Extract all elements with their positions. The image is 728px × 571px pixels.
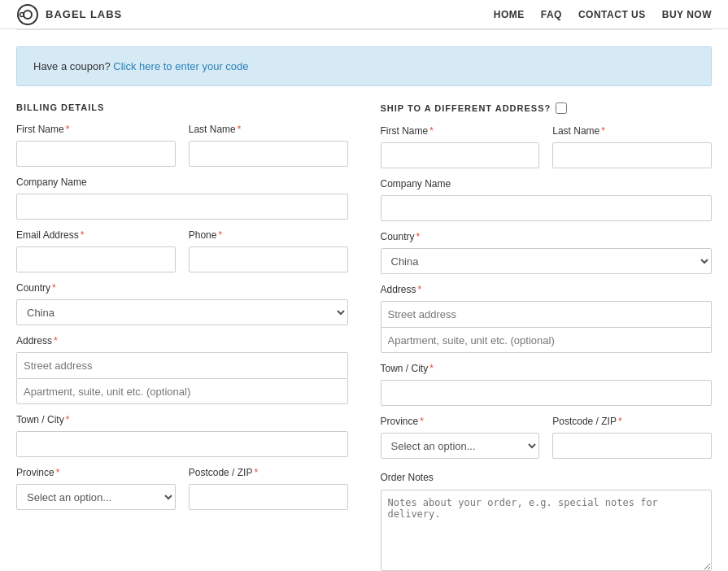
shipping-postcode-label: Postcode / ZIP* [552, 416, 712, 427]
shipping-country-group: Country* China [381, 231, 713, 274]
shipping-section: SHIP TO A DIFFERENT ADDRESS? First Name*… [381, 102, 713, 571]
shipping-address-group: Address* [381, 284, 713, 353]
billing-last-name-label: Last Name* [189, 124, 348, 135]
required-star: * [618, 416, 622, 427]
required-star: * [254, 467, 258, 478]
billing-phone-label: Phone* [189, 229, 348, 241]
billing-country-select[interactable]: China [16, 299, 348, 325]
billing-country-group: Country* China [16, 282, 348, 325]
svg-point-1 [24, 11, 32, 19]
billing-email-input[interactable] [16, 246, 176, 272]
shipping-company-input[interactable] [381, 195, 713, 221]
billing-country-label: Country* [16, 282, 348, 294]
billing-postcode-label: Postcode / ZIP* [189, 467, 348, 478]
order-notes-textarea[interactable] [381, 490, 713, 571]
billing-first-name-input[interactable] [16, 141, 176, 167]
billing-province-group: Province* Select an option... [16, 467, 176, 510]
shipping-name-row: First Name* Last Name* [381, 125, 713, 168]
logo: BAGEL LABS [16, 3, 122, 26]
billing-first-name-label: First Name* [16, 124, 176, 135]
main-content: BILLING DETAILS First Name* Last Name* C… [0, 102, 728, 571]
shipping-company-label: Company Name [381, 178, 713, 190]
shipping-country-select[interactable]: China [381, 248, 713, 274]
shipping-company-group: Company Name [381, 178, 713, 221]
required-star: * [429, 125, 434, 137]
billing-name-row: First Name* Last Name* [16, 124, 348, 167]
shipping-address-stack [381, 301, 713, 353]
required-star: * [81, 229, 85, 241]
nav-faq[interactable]: FAQ [541, 9, 562, 20]
billing-title: BILLING DETAILS [16, 102, 348, 112]
billing-section: BILLING DETAILS First Name* Last Name* C… [16, 102, 348, 571]
nav-contact[interactable]: CONTACT US [578, 9, 646, 20]
header-divider [16, 29, 712, 30]
required-star: * [420, 416, 424, 427]
svg-point-2 [20, 12, 24, 16]
shipping-country-label: Country* [381, 231, 713, 242]
required-star: * [52, 282, 56, 294]
billing-province-label: Province* [16, 467, 176, 478]
billing-phone-input[interactable] [189, 246, 348, 272]
billing-postcode-group: Postcode / ZIP* [189, 467, 348, 510]
shipping-postcode-input[interactable] [552, 433, 712, 459]
billing-last-name-input[interactable] [189, 141, 348, 167]
order-notes-label: Order Notes [381, 472, 713, 483]
shipping-title-row: SHIP TO A DIFFERENT ADDRESS? [381, 102, 713, 114]
shipping-postcode-group: Postcode / ZIP* [552, 416, 712, 459]
nav-home[interactable]: HOME [494, 9, 525, 20]
nav-buy-now[interactable]: BUY NOW [662, 9, 712, 20]
billing-contact-row: Email Address* Phone* [16, 229, 348, 272]
header: BAGEL LABS HOME FAQ CONTACT US BUY NOW [0, 0, 728, 29]
billing-first-name-group: First Name* [16, 124, 176, 167]
shipping-city-input[interactable] [381, 380, 713, 406]
billing-city-group: Town / City* [16, 414, 348, 457]
billing-city-input[interactable] [16, 431, 348, 457]
billing-province-row: Province* Select an option... Postcode /… [16, 467, 348, 510]
shipping-last-name-input[interactable] [552, 142, 712, 168]
coupon-link[interactable]: Click here to enter your code [113, 60, 248, 72]
shipping-province-group: Province* Select an option... [381, 416, 540, 459]
shipping-city-label: Town / City* [381, 363, 713, 374]
billing-last-name-group: Last Name* [189, 124, 348, 167]
billing-address-stack [16, 352, 348, 404]
shipping-title: SHIP TO A DIFFERENT ADDRESS? [381, 103, 551, 113]
shipping-first-name-label: First Name* [381, 125, 540, 137]
main-nav: HOME FAQ CONTACT US BUY NOW [494, 9, 712, 20]
required-star: * [218, 229, 222, 241]
shipping-last-name-group: Last Name* [552, 125, 712, 168]
billing-postcode-input[interactable] [189, 484, 348, 510]
shipping-street-input[interactable] [381, 301, 713, 327]
logo-text: BAGEL LABS [46, 8, 122, 20]
required-star: * [66, 414, 70, 425]
required-star: * [66, 124, 70, 135]
billing-address-group: Address* [16, 335, 348, 404]
required-star: * [416, 231, 421, 242]
billing-city-label: Town / City* [16, 414, 348, 425]
required-star: * [54, 335, 58, 347]
required-star: * [429, 363, 434, 374]
shipping-province-row: Province* Select an option... Postcode /… [381, 416, 713, 459]
shipping-first-name-group: First Name* [381, 125, 540, 168]
order-notes-group: Order Notes [381, 472, 713, 571]
billing-email-group: Email Address* [16, 229, 176, 272]
shipping-city-group: Town / City* [381, 363, 713, 406]
required-star: * [601, 125, 605, 137]
billing-phone-group: Phone* [189, 229, 348, 272]
shipping-address2-input[interactable] [381, 327, 713, 353]
billing-email-label: Email Address* [16, 229, 176, 241]
required-star: * [56, 467, 60, 478]
billing-address2-input[interactable] [16, 378, 348, 404]
ship-different-checkbox[interactable] [556, 102, 567, 114]
billing-company-input[interactable] [16, 194, 348, 220]
billing-province-select[interactable]: Select an option... [16, 484, 176, 510]
shipping-province-select[interactable]: Select an option... [381, 433, 540, 459]
coupon-banner: Have a coupon? Click here to enter your … [16, 46, 712, 86]
required-star: * [418, 284, 422, 295]
shipping-first-name-input[interactable] [381, 142, 540, 168]
coupon-text: Have a coupon? [33, 60, 111, 72]
billing-company-label: Company Name [16, 177, 348, 188]
billing-address-label: Address* [16, 335, 348, 347]
billing-street-input[interactable] [16, 352, 348, 378]
shipping-last-name-label: Last Name* [552, 125, 712, 137]
svg-point-0 [18, 5, 37, 24]
